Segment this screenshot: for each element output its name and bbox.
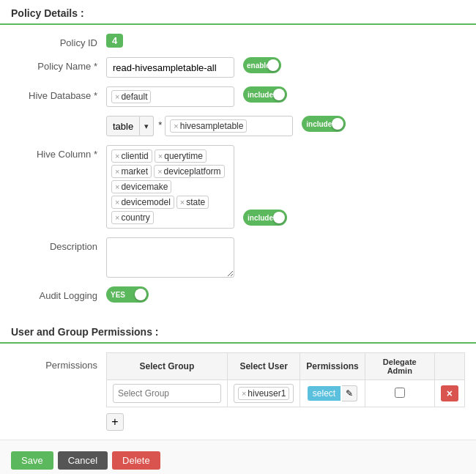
tag-close-icon[interactable]: × <box>115 213 119 222</box>
description-textarea[interactable] <box>106 237 234 278</box>
hive-database-group: Hive Database * × default include <box>0 86 476 107</box>
user-tag: × hiveuser1 <box>238 387 289 400</box>
save-button[interactable]: Save <box>11 451 53 470</box>
audit-logging-group: Audit Logging YES <box>0 286 476 303</box>
include-toggle-label: include <box>302 120 332 128</box>
hive-column-control: ×clientid×querytime×market×deviceplatfor… <box>106 145 465 229</box>
hive-table-group: table ▾ * × hivesampletable include <box>0 116 476 136</box>
hive-column-tag: ×deviceplatform <box>154 165 224 178</box>
tag-close-icon[interactable]: × <box>180 198 185 207</box>
hive-database-tag: × default <box>111 90 151 103</box>
delete-row-button[interactable]: × <box>441 385 458 401</box>
permissions-group: Permissions Select Group Select User Per… <box>0 352 476 431</box>
hive-table-label <box>11 116 106 130</box>
hive-database-label: Hive Database * <box>11 86 106 101</box>
select-permissions-button[interactable]: select <box>308 386 341 401</box>
policy-id-label: Policy ID <box>11 34 106 48</box>
form-actions: Save Cancel Delete <box>0 440 476 474</box>
hive-column-tag: ×querytime <box>155 149 207 163</box>
delete-cell: × <box>434 380 464 407</box>
hive-column-include-toggle[interactable]: include <box>243 210 287 226</box>
hive-database-control: × default include <box>106 86 465 107</box>
hive-column-tag: ×devicemake <box>111 180 171 193</box>
delegate-cell <box>365 380 434 407</box>
permissions-control: Select Group Select User Permissions Del… <box>106 352 465 431</box>
include-toggle-knob <box>273 212 285 223</box>
group-cell <box>107 380 228 407</box>
hive-table-control: table ▾ * × hivesampletable include <box>106 116 465 136</box>
dropdown-caret-icon[interactable]: ▾ <box>140 116 154 136</box>
hive-column-group: Hive Column * ×clientid×querytime×market… <box>0 145 476 229</box>
toggle-knob <box>267 59 279 71</box>
yes-toggle-knob <box>135 289 146 300</box>
enabled-toggle[interactable]: enabled <box>243 57 281 73</box>
table-asterisk: * <box>158 116 162 130</box>
hive-database-tag-box[interactable]: × default <box>106 86 234 107</box>
include-toggle-knob <box>273 89 285 100</box>
permissions-table: Select Group Select User Permissions Del… <box>106 352 465 407</box>
policy-id-badge: 4 <box>106 34 123 48</box>
tag-close-icon[interactable]: × <box>115 92 119 101</box>
hive-column-tag: ×market <box>111 165 152 178</box>
add-row-button[interactable]: + <box>106 413 124 431</box>
include-toggle-label: include <box>243 214 273 222</box>
hive-column-tag: ×clientid <box>111 149 152 163</box>
user-tag-close-icon[interactable]: × <box>242 389 246 398</box>
select-group-input[interactable] <box>113 384 221 403</box>
include-toggle-label: include <box>243 91 273 99</box>
hive-column-tag: ×country <box>111 211 154 224</box>
hive-column-label: Hive Column * <box>11 145 106 160</box>
table-dropdown-button[interactable]: table <box>106 116 140 136</box>
policy-name-control: enabled <box>106 57 465 78</box>
cancel-button[interactable]: Cancel <box>58 451 108 470</box>
yes-toggle-label: YES <box>106 291 125 299</box>
hive-database-include-toggle[interactable]: include <box>243 86 287 103</box>
tag-close-icon[interactable]: × <box>115 152 119 160</box>
hive-table-tag: × hivesampletable <box>170 119 247 133</box>
policy-id-value-wrapper: 4 <box>106 34 465 48</box>
delete-button[interactable]: Delete <box>112 451 160 470</box>
col-header-permissions: Permissions <box>300 353 365 380</box>
tag-close-icon[interactable]: × <box>157 167 162 176</box>
policy-name-toggle-wrapper: enabled <box>243 57 281 73</box>
audit-logging-control: YES <box>106 286 465 303</box>
col-header-actions <box>434 353 464 380</box>
hive-table-include-toggle[interactable]: include <box>302 116 346 132</box>
edit-permissions-button[interactable]: ✎ <box>342 385 357 401</box>
hive-column-tag-box[interactable]: ×clientid×querytime×market×deviceplatfor… <box>106 145 234 229</box>
policy-id-group: Policy ID 4 <box>0 34 476 48</box>
policy-name-group: Policy Name * enabled <box>0 57 476 78</box>
description-control <box>106 237 465 278</box>
description-group: Description <box>0 237 476 278</box>
hive-column-tag: ×state <box>176 196 209 209</box>
tag-close-icon[interactable]: × <box>115 198 119 207</box>
permissions-label: Permissions <box>11 352 106 371</box>
delegate-admin-checkbox[interactable] <box>395 388 405 398</box>
col-header-select-user: Select User <box>227 353 300 380</box>
audit-logging-toggle[interactable]: YES <box>106 286 149 303</box>
audit-logging-label: Audit Logging <box>11 286 106 301</box>
user-tag-value: hiveuser1 <box>248 388 286 399</box>
policy-name-input[interactable] <box>106 57 234 78</box>
description-label: Description <box>11 237 106 252</box>
permissions-cell: select ✎ <box>300 380 365 407</box>
user-tag-box: × hiveuser1 <box>234 384 294 403</box>
tag-close-icon[interactable]: × <box>158 152 163 160</box>
col-header-delegate-admin: Delegate Admin <box>365 353 434 380</box>
table-row: × hiveuser1 select ✎ <box>107 380 465 407</box>
include-toggle-knob <box>332 118 343 130</box>
col-header-select-group: Select Group <box>107 353 228 380</box>
tag-close-icon[interactable]: × <box>115 167 119 176</box>
user-cell: × hiveuser1 <box>227 380 300 407</box>
hive-table-tag-box[interactable]: × hivesampletable <box>165 116 293 136</box>
hive-column-tag: ×devicemodel <box>111 196 174 209</box>
tag-close-icon[interactable]: × <box>115 182 119 191</box>
tag-close-icon[interactable]: × <box>174 122 178 130</box>
policy-name-label: Policy Name * <box>11 57 106 72</box>
table-dropdown: table ▾ <box>106 116 154 136</box>
user-group-permissions-header: User and Group Permissions : <box>0 319 476 344</box>
policy-details-header: Policy Details : <box>0 0 476 25</box>
